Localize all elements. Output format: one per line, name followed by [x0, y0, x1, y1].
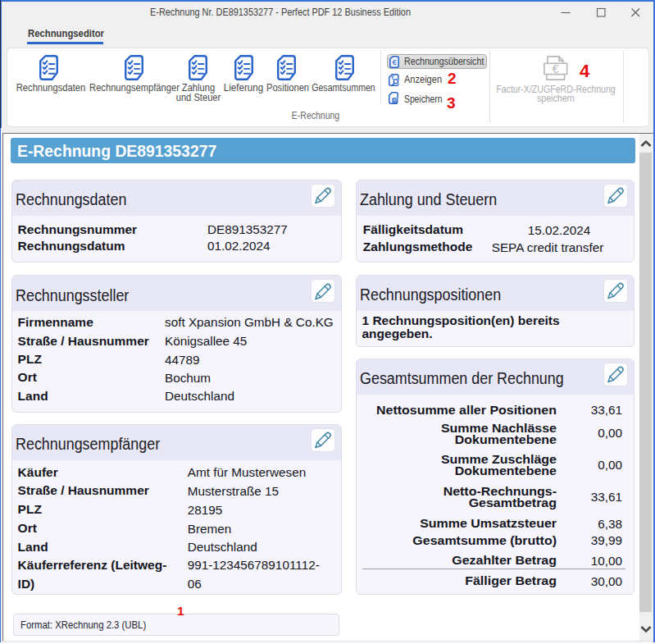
svg-text:€: € [552, 63, 558, 75]
svg-text:€: € [392, 57, 397, 66]
